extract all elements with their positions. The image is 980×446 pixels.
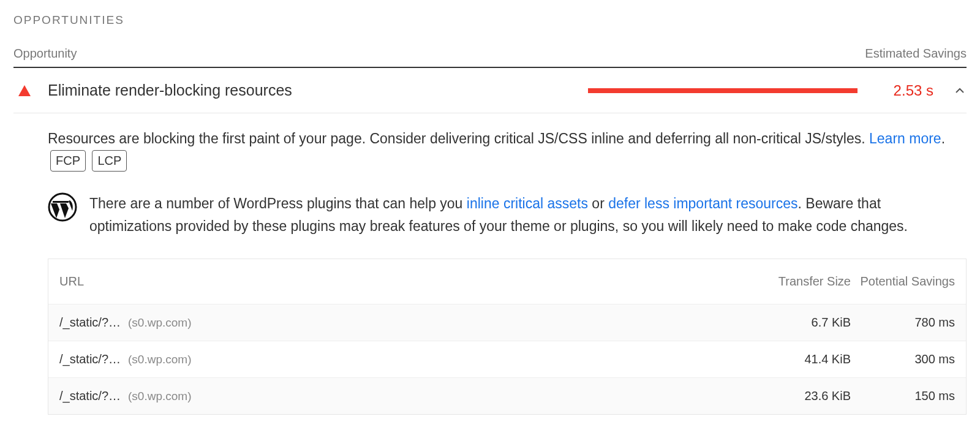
th-potential-savings: Potential Savings <box>851 274 955 289</box>
description-suffix: . <box>941 130 945 146</box>
cell-url-host: (s0.wp.com) <box>128 353 191 366</box>
opportunity-title: Eliminate render-blocking resources <box>48 81 576 99</box>
description-text: Resources are blocking the first paint o… <box>48 130 869 146</box>
th-transfer-size: Transfer Size <box>747 274 851 289</box>
cell-url-host: (s0.wp.com) <box>128 316 191 330</box>
cell-transfer-size: 23.6 KiB <box>747 389 851 403</box>
wordpress-icon <box>48 192 77 224</box>
wordpress-hint: There are a number of WordPress plugins … <box>48 192 967 238</box>
opportunities-section-title: OPPORTUNITIES <box>13 13 967 27</box>
cell-url-path: /_static/?… <box>59 352 121 366</box>
svg-marker-0 <box>18 85 31 96</box>
wp-hint-mid1: or <box>588 195 608 211</box>
severity-triangle-icon <box>13 85 36 96</box>
learn-more-link[interactable]: Learn more <box>869 130 941 146</box>
opportunity-savings-value: 2.53 s <box>884 82 933 99</box>
chevron-up-icon <box>954 85 965 96</box>
cell-url-path: /_static/?… <box>59 316 121 330</box>
col-estimated-savings-label: Estimated Savings <box>865 47 967 61</box>
svg-rect-2 <box>53 201 69 203</box>
resources-table: URL Transfer Size Potential Savings /_st… <box>48 259 967 415</box>
cell-transfer-size: 6.7 KiB <box>747 316 851 330</box>
th-url: URL <box>59 274 747 289</box>
opportunity-row[interactable]: Eliminate render-blocking resources 2.53… <box>13 68 967 113</box>
savings-bar <box>588 88 858 93</box>
cell-potential-savings: 300 ms <box>851 352 955 366</box>
wp-link-defer-resources[interactable]: defer less important resources <box>608 195 797 211</box>
table-row: /_static/?… (s0.wp.com) 6.7 KiB 780 ms <box>48 304 966 341</box>
cell-url-host: (s0.wp.com) <box>128 390 191 403</box>
expand-toggle[interactable] <box>953 85 967 96</box>
wp-link-inline-critical-assets[interactable]: inline critical assets <box>467 195 588 211</box>
opportunities-header-row: Opportunity Estimated Savings <box>13 47 967 68</box>
metric-pill-fcp: FCP <box>50 150 86 172</box>
cell-url-path: /_static/?… <box>59 389 121 403</box>
cell-potential-savings: 780 ms <box>851 316 955 330</box>
wp-hint-prefix: There are a number of WordPress plugins … <box>89 195 467 211</box>
opportunity-detail: Resources are blocking the first paint o… <box>13 113 967 415</box>
cell-potential-savings: 150 ms <box>851 389 955 403</box>
opportunity-description: Resources are blocking the first paint o… <box>48 128 967 172</box>
table-row: /_static/?… (s0.wp.com) 23.6 KiB 150 ms <box>48 377 966 414</box>
col-opportunity-label: Opportunity <box>13 47 77 61</box>
metric-pill-lcp: LCP <box>92 150 127 172</box>
cell-transfer-size: 41.4 KiB <box>747 352 851 366</box>
table-row: /_static/?… (s0.wp.com) 41.4 KiB 300 ms <box>48 341 966 377</box>
table-header-row: URL Transfer Size Potential Savings <box>48 259 966 304</box>
